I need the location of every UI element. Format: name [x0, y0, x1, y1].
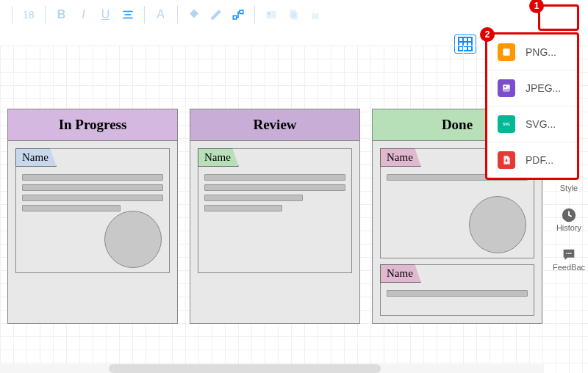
- lock-button[interactable]: [305, 4, 326, 25]
- export-svg-item[interactable]: SVG SVG...: [487, 106, 577, 142]
- bold-button[interactable]: B: [51, 4, 72, 25]
- card-name-tab: Name: [198, 148, 239, 167]
- export-dropdown: 2 PNG... JPEG... SVG SVG... PDF...: [485, 32, 579, 180]
- column-body: Name: [190, 141, 359, 280]
- svg-rect-3: [233, 16, 237, 20]
- line-color-button[interactable]: [206, 4, 226, 25]
- image-button[interactable]: [261, 4, 282, 25]
- column-body: Name: [8, 141, 177, 280]
- svg-point-27: [566, 253, 567, 254]
- export-pdf-item[interactable]: PDF...: [487, 142, 577, 178]
- sidebar-label: FeedBac: [553, 263, 585, 272]
- svg-point-24: [504, 86, 506, 87]
- copy-button[interactable]: [283, 4, 304, 25]
- horizontal-scrollbar[interactable]: [0, 364, 544, 373]
- pdf-file-icon: [498, 151, 515, 169]
- column-review[interactable]: Review Name: [190, 109, 360, 324]
- sidebar-item-history[interactable]: History: [556, 207, 581, 232]
- jpeg-file-icon: [498, 79, 515, 97]
- divider: [45, 6, 46, 23]
- card-name-tab: Name: [15, 148, 57, 167]
- italic-button[interactable]: I: [74, 4, 94, 25]
- format-toolbar: 18 B I U A: [0, 0, 588, 29]
- column-header: In Progress: [8, 109, 177, 141]
- svg-rect-2: [123, 18, 133, 19]
- clock-icon: [561, 207, 577, 223]
- svg-rect-22: [503, 48, 509, 55]
- card-name-tab: Name: [380, 264, 421, 283]
- card-avatar-placeholder: [104, 211, 162, 268]
- kanban-card[interactable]: Name: [380, 264, 534, 316]
- divider: [177, 6, 178, 23]
- export-png-item[interactable]: PNG...: [487, 35, 577, 70]
- column-in-progress[interactable]: In Progress Name: [7, 109, 178, 324]
- right-sidebar: Style History FeedBac: [550, 184, 588, 272]
- align-button[interactable]: [118, 4, 138, 25]
- svg-text:SVG: SVG: [503, 123, 510, 126]
- divider: [254, 6, 255, 23]
- svg-rect-0: [123, 11, 133, 12]
- sidebar-item-style[interactable]: Style: [560, 184, 578, 192]
- kanban-card[interactable]: Name: [15, 148, 170, 273]
- annotation-highlight-1: [538, 4, 579, 31]
- svg-rect-8: [291, 12, 298, 20]
- svg-rect-1: [124, 14, 131, 15]
- card-placeholder-lines: [387, 290, 528, 297]
- svg-file-icon: SVG: [498, 115, 515, 133]
- divider: [144, 6, 145, 23]
- svg-point-29: [570, 253, 572, 254]
- underline-button[interactable]: U: [96, 4, 116, 25]
- card-name-tab: Name: [380, 148, 421, 167]
- chat-icon: [561, 247, 577, 263]
- export-item-label: JPEG...: [526, 82, 561, 94]
- svg-point-28: [568, 253, 570, 254]
- sidebar-label: History: [556, 223, 581, 232]
- card-avatar-placeholder: [469, 196, 526, 253]
- annotation-badge-2: 2: [480, 27, 495, 42]
- card-placeholder-lines: [22, 174, 163, 211]
- connector-button[interactable]: [228, 4, 248, 25]
- font-size-value[interactable]: 18: [18, 9, 39, 21]
- divider: [12, 6, 12, 23]
- text-color-button[interactable]: A: [151, 4, 171, 25]
- column-header: Review: [190, 109, 359, 141]
- export-item-label: PNG...: [526, 46, 556, 58]
- svg-point-6: [268, 12, 270, 15]
- card-placeholder-lines: [204, 174, 345, 211]
- png-file-icon: [498, 43, 515, 61]
- export-item-label: SVG...: [526, 118, 556, 130]
- export-jpeg-item[interactable]: JPEG...: [487, 70, 577, 106]
- svg-rect-9: [312, 14, 318, 20]
- export-item-label: PDF...: [526, 154, 553, 166]
- sidebar-item-feedback[interactable]: FeedBac: [553, 247, 585, 272]
- svg-rect-5: [266, 11, 276, 19]
- fill-color-button[interactable]: [184, 4, 204, 25]
- kanban-card[interactable]: Name: [198, 148, 352, 273]
- sidebar-label: Style: [560, 184, 578, 192]
- svg-rect-4: [240, 10, 243, 14]
